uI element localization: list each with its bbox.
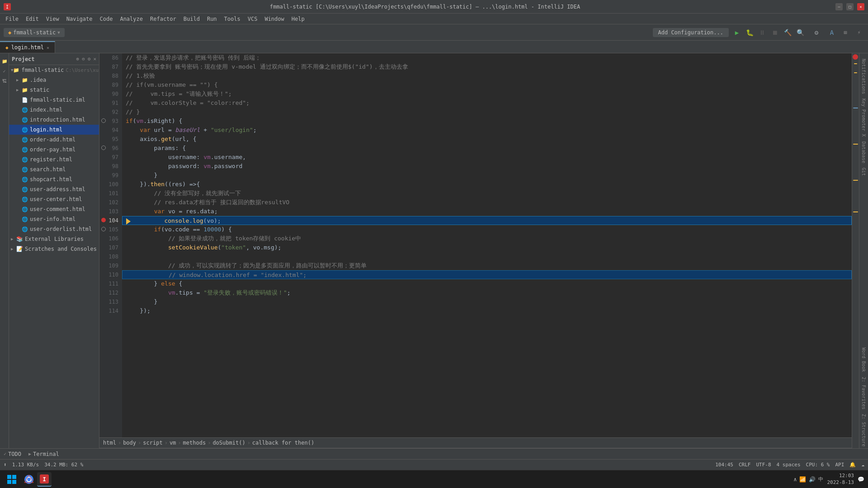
sync-icon[interactable]: ☁: [861, 462, 864, 468]
code-editor[interactable]: 86 87 88 89 90 91 92 93 94 95 96 97 98 9…: [99, 53, 852, 448]
tab-login-html[interactable]: ◆ login.html ✕: [0, 41, 55, 53]
power-save-icon[interactable]: ⚡: [854, 27, 864, 38]
run-with-coverage-button[interactable]: ⏸: [757, 27, 768, 38]
close-button[interactable]: ✕: [857, 3, 864, 10]
window-controls: — □ ✕: [835, 3, 864, 10]
code-line-89: // if(vm.username == "") {: [122, 80, 852, 89]
menu-vcs[interactable]: VCS: [244, 15, 261, 23]
menu-edit[interactable]: Edit: [22, 15, 42, 23]
encoding[interactable]: UTF-8: [756, 462, 771, 468]
network-icon[interactable]: 📶: [799, 476, 806, 483]
menu-run[interactable]: Run: [203, 15, 221, 23]
tree-item-user-address[interactable]: 🌐user-address.html: [9, 184, 99, 194]
structure-icon[interactable]: 🏗: [0, 77, 9, 85]
tab-icon: ◆: [5, 45, 9, 51]
taskbar: I ∧ 📶 🔊 中 12:03 2022-8-13 💬: [0, 470, 868, 488]
tree-item-user-comment[interactable]: 🌐user-comment.html: [9, 204, 99, 214]
debug-button[interactable]: 🐛: [744, 27, 755, 38]
main-area: 📁 ✓ 🏗 Project ⊕ ⊖ ⚙ ✕ ▼ 📁 fmmall-static …: [0, 53, 868, 448]
chrome-taskbar-icon[interactable]: [22, 472, 36, 487]
intellij-taskbar-icon[interactable]: I: [37, 472, 52, 487]
tree-expand-icon[interactable]: ⊕: [76, 56, 80, 62]
tree-item-user-orderlist[interactable]: 🌐user-orderlist.html: [9, 224, 99, 234]
notifications-label[interactable]: Notifications: [861, 57, 866, 96]
code-area[interactable]: 86 87 88 89 90 91 92 93 94 95 96 97 98 9…: [99, 53, 852, 437]
tree-item-order-pay[interactable]: 🌐order-pay.html: [9, 145, 99, 155]
code-line-90: // vm.tips = "请输入账号！";: [122, 89, 852, 99]
tree-item-introduction[interactable]: 🌐introduction.html: [9, 115, 99, 125]
tab-close-icon[interactable]: ✕: [47, 45, 49, 50]
tree-item-user-center[interactable]: 🌐user-center.html: [9, 194, 99, 204]
commit-icon[interactable]: ✓: [0, 67, 9, 75]
menu-tools[interactable]: Tools: [221, 15, 244, 23]
stop-button[interactable]: ⏹: [769, 27, 780, 38]
code-line-92: // }: [122, 108, 852, 117]
tree-root[interactable]: ▼ 📁 fmmall-static C:\Users\xuy: [9, 65, 99, 75]
menu-help[interactable]: Help: [288, 15, 308, 23]
maximize-button[interactable]: □: [846, 3, 854, 10]
clock[interactable]: 12:03 2022-8-13: [827, 473, 854, 486]
search-everywhere-button[interactable]: 🔍: [795, 27, 806, 38]
line-num-93: 93: [99, 117, 122, 126]
tree-item-order-add[interactable]: 🌐order-add.html: [9, 135, 99, 145]
translate-icon[interactable]: A: [826, 27, 837, 38]
menu-build[interactable]: Build: [180, 15, 203, 23]
sound-icon[interactable]: 🔊: [809, 476, 816, 483]
git-label[interactable]: Git: [861, 166, 866, 178]
menu-analyze[interactable]: Analyze: [116, 15, 146, 23]
tree-item-idea[interactable]: ▶📁.idea: [9, 75, 99, 85]
tree-item-register[interactable]: 🌐register.html: [9, 155, 99, 164]
line-separator[interactable]: CRLF: [739, 462, 751, 468]
tree-item-user-info[interactable]: 🌐user-info.html: [9, 214, 99, 224]
memory-usage: 34.2 MB: 62 %: [44, 462, 83, 468]
api-label[interactable]: API: [835, 462, 844, 468]
minimize-button[interactable]: —: [835, 3, 843, 10]
tree-collapse-icon[interactable]: ⊖: [82, 56, 85, 62]
tree-item-login[interactable]: 🌐login.html: [9, 125, 99, 135]
tree-item-shopcart[interactable]: 🌐shopcart.html: [9, 174, 99, 184]
line-num-103: 103: [99, 207, 122, 216]
todo-panel-button[interactable]: ✓ TODO: [4, 451, 21, 457]
notification-center[interactable]: 💬: [858, 476, 864, 483]
tree-item-iml[interactable]: 📄fmmall-static.iml: [9, 95, 99, 105]
menu-refactor[interactable]: Refactor: [146, 15, 180, 23]
project-panel-icon[interactable]: 📁: [0, 57, 9, 65]
key-promoter-label[interactable]: Key Promoter X: [861, 97, 866, 138]
database-label[interactable]: Database: [861, 140, 866, 165]
menu-code[interactable]: Code: [96, 15, 117, 23]
tray-chevron[interactable]: ∧: [793, 476, 797, 483]
line-num-89: 89: [99, 80, 122, 89]
language-icon[interactable]: 中: [818, 476, 823, 483]
layout-icon[interactable]: ⊞: [840, 27, 851, 38]
menu-file[interactable]: File: [2, 15, 22, 23]
build-button[interactable]: 🔨: [782, 27, 793, 38]
code-line-86: // 登录，发送异步请求，把账号密码 传到 后端；: [122, 53, 852, 62]
menu-navigate[interactable]: Navigate: [63, 15, 96, 23]
project-selector[interactable]: ◆ fmmall-static ▼: [4, 28, 65, 37]
code-line-103: var vo = res.data;: [122, 207, 852, 216]
menu-window[interactable]: Window: [261, 15, 288, 23]
add-configuration-button[interactable]: Add Configuration...: [653, 28, 729, 37]
tree-item-scratches[interactable]: ▶📝Scratches and Consoles: [9, 244, 99, 254]
todo-icon: ✓: [4, 451, 6, 456]
code-lines[interactable]: // 登录，发送异步请求，把账号密码 传到 后端； // 首先先要拿到 账号密码…: [122, 53, 852, 437]
menu-view[interactable]: View: [42, 15, 63, 23]
tree-settings-icon[interactable]: ⚙: [88, 56, 91, 62]
code-line-106: // 如果登录成功，就把 token存储到 cookie中: [122, 234, 852, 243]
code-line-88: // 1.校验: [122, 71, 852, 80]
tree-item-external-libraries[interactable]: ▶📚External Libraries: [9, 234, 99, 244]
terminal-panel-button[interactable]: ▶ Terminal: [28, 451, 59, 457]
tree-item-index[interactable]: 🌐index.html: [9, 105, 99, 115]
tree-item-static[interactable]: ▶📁static: [9, 85, 99, 95]
start-button[interactable]: [4, 471, 20, 488]
indent-setting[interactable]: 4 spaces: [777, 462, 801, 468]
favorites-label[interactable]: 2: Favorites: [861, 375, 866, 411]
tree-hide-icon[interactable]: ✕: [93, 56, 96, 62]
tree-item-search[interactable]: 🌐search.html: [9, 164, 99, 174]
run-button[interactable]: ▶: [731, 27, 742, 38]
z-structure-label[interactable]: Z: Structure: [861, 412, 866, 448]
word-book-label[interactable]: Word Book: [861, 346, 866, 374]
cursor-position[interactable]: 104:45: [715, 462, 733, 468]
current-line-mark: [853, 144, 858, 145]
settings-button[interactable]: ⚙: [811, 27, 822, 38]
